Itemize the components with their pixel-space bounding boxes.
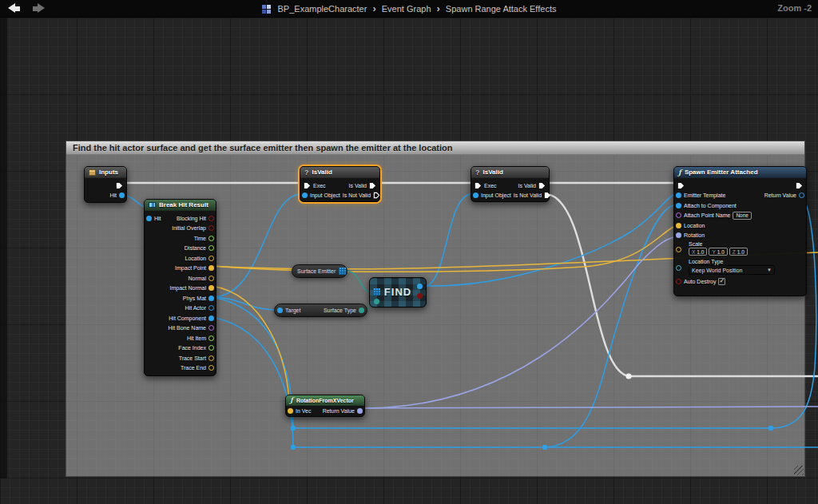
toolbar: BP_ExampleCharacter › Event Graph › Spaw… — [0, 0, 818, 18]
target-in-pin[interactable] — [277, 308, 283, 313]
scale-y-field[interactable]: Y1.0 — [709, 248, 727, 256]
node-isvalid-1[interactable]: ? IsValid Exec Is Valid Input Object — [300, 166, 380, 202]
location-type-pin[interactable] — [676, 265, 681, 271]
hit-actor-pin[interactable] — [208, 305, 214, 311]
breadcrumb-event-graph[interactable]: Event Graph — [382, 4, 431, 14]
pin-label: Is Valid — [349, 183, 367, 189]
blocking-hit-pin[interactable] — [208, 216, 214, 221]
pin-label: Hit Actor — [185, 305, 206, 311]
pin-label: Return Value — [764, 192, 796, 198]
is-not-valid-exec-pin[interactable] — [373, 192, 380, 199]
exec-in-pin[interactable] — [304, 182, 311, 189]
return-value-pin[interactable] — [357, 408, 363, 414]
scale-z-field[interactable]: Z1.0 — [729, 248, 748, 256]
attach-point-name-field[interactable]: None — [733, 212, 752, 220]
trace-start-pin[interactable] — [208, 355, 214, 361]
question-icon: ? — [475, 169, 480, 177]
location-pin[interactable] — [208, 256, 214, 261]
auto-destroy-checkbox[interactable]: ✓ — [718, 278, 725, 285]
pin-label: Target — [285, 308, 300, 313]
auto-destroy-pin[interactable] — [676, 279, 681, 284]
pin-label: Is Not Valid — [514, 192, 542, 198]
impact-point-pin[interactable] — [208, 265, 214, 271]
pin-label: Return Value — [323, 408, 355, 414]
node-break-hit-result[interactable]: Break Hit Result Hit Blocking Hit Initia… — [144, 199, 216, 376]
hit-item-pin[interactable] — [208, 335, 214, 341]
phys-mat-pin[interactable] — [208, 296, 214, 301]
zoom-level: Zoom -2 — [777, 3, 812, 13]
target-map-pin[interactable] — [373, 288, 380, 296]
break-struct-icon — [149, 202, 156, 208]
emitter-template-pin[interactable] — [676, 192, 681, 198]
exec-out-pin[interactable] — [796, 182, 803, 189]
in-vec-pin[interactable] — [288, 408, 293, 414]
node-rotation-from-xvector[interactable]: ƒ RotationFromXVector In Vec Return Valu… — [285, 395, 365, 417]
pin-label: Hit — [154, 216, 161, 221]
node-get-surface-type[interactable]: Target Surface Type — [274, 304, 367, 317]
node-surface-emitter-get[interactable]: Surface Emitter — [292, 264, 347, 278]
pin-label: In Vec — [296, 408, 311, 414]
pin-label: Location — [185, 256, 206, 261]
pin-label: Rotation — [684, 232, 705, 238]
rotation-pin[interactable] — [676, 232, 681, 238]
pin-label: Input Object — [481, 192, 511, 198]
pin-label: Hit — [109, 192, 117, 198]
pin-label: Hit Item — [187, 335, 206, 341]
initial-overlap-pin[interactable] — [208, 225, 214, 231]
return-value-pin[interactable] — [799, 192, 804, 198]
node-title: Spawn Emitter Attached — [685, 169, 758, 176]
node-isvalid-2[interactable]: ? IsValid Exec Is Valid Input Object — [471, 166, 550, 202]
hit-bone-name-pin[interactable] — [208, 325, 214, 331]
input-object-pin[interactable] — [473, 192, 478, 198]
pin-label: Hit Bone Name — [169, 325, 206, 331]
hit-in-pin[interactable] — [146, 216, 152, 221]
location-pin[interactable] — [676, 223, 681, 228]
trace-end-pin[interactable] — [208, 365, 214, 371]
attach-point-name-pin[interactable] — [676, 212, 681, 218]
hit-component-pin[interactable] — [208, 315, 214, 321]
key-pin[interactable] — [374, 299, 379, 304]
scale-x-field[interactable]: X1.0 — [689, 248, 707, 256]
pin-label: Emitter Template — [684, 192, 725, 198]
face-index-pin[interactable] — [208, 345, 214, 351]
function-icon: ƒ — [290, 396, 293, 404]
exec-in-pin[interactable] — [677, 182, 685, 189]
attach-to-component-pin[interactable] — [676, 203, 681, 208]
time-pin[interactable] — [208, 236, 214, 241]
node-inputs[interactable]: Inputs Hit — [84, 166, 127, 203]
exec-out-pin[interactable] — [116, 182, 123, 189]
chevron-separator-icon: › — [437, 3, 440, 14]
is-not-valid-exec-pin[interactable] — [544, 192, 551, 199]
node-spawn-emitter-attached[interactable]: ƒ Spawn Emitter Attached Emitter Templat… — [673, 166, 807, 296]
map-out-pin[interactable] — [339, 268, 346, 275]
function-icon: ƒ — [678, 169, 681, 177]
node-title: Inputs — [99, 169, 118, 176]
normal-pin[interactable] — [208, 276, 214, 281]
pin-label: Hit Component — [169, 315, 206, 321]
breadcrumb-blueprint[interactable]: BP_ExampleCharacter — [278, 4, 367, 14]
comment-title[interactable]: Find the hit actor surface and get the s… — [66, 141, 804, 155]
scale-pin[interactable] — [676, 247, 681, 252]
pin-label: Attach to Component — [684, 203, 737, 208]
node-title: IsValid — [483, 169, 503, 176]
distance-pin[interactable] — [208, 245, 214, 251]
pin-label: Face Index — [178, 345, 206, 351]
is-valid-exec-pin[interactable] — [538, 182, 546, 189]
comment-resize-handle[interactable] — [794, 466, 804, 475]
pin-label: Time — [194, 236, 206, 241]
surface-type-out-pin[interactable] — [359, 308, 364, 313]
input-object-pin[interactable] — [302, 192, 308, 198]
is-valid-exec-pin[interactable] — [369, 182, 376, 189]
location-type-dropdown[interactable]: Keep World Position ▼ — [689, 265, 775, 275]
hit-out-pin[interactable] — [119, 192, 125, 198]
node-map-find[interactable]: FIND — [369, 277, 427, 308]
pin-label: Distance — [185, 245, 206, 251]
exec-in-pin[interactable] — [475, 182, 482, 189]
found-out-pin[interactable] — [417, 293, 423, 299]
pin-label: Exec — [313, 183, 326, 189]
impact-normal-pin[interactable] — [208, 285, 214, 291]
pin-label: Auto Destroy — [684, 279, 716, 284]
value-out-pin[interactable] — [417, 284, 423, 289]
blueprint-editor: Find the hit actor surface and get the s… — [0, 0, 818, 504]
breadcrumb-collapsed-graph[interactable]: Spawn Range Attack Effects — [446, 4, 557, 14]
